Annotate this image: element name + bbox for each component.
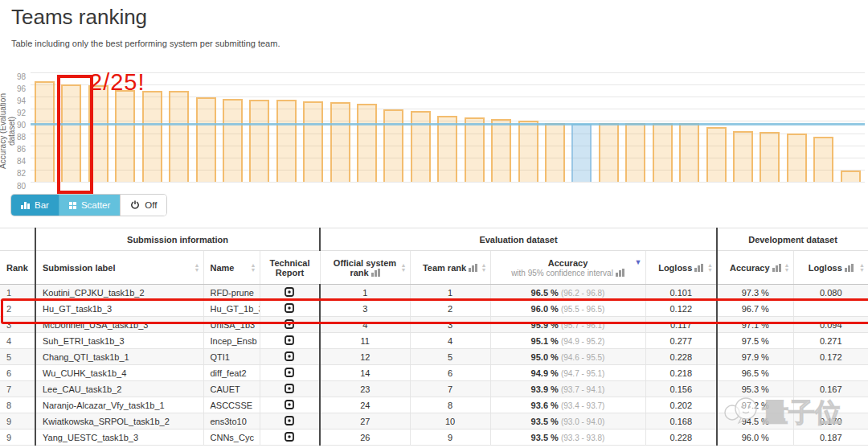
chart-bar[interactable] [706,127,727,182]
technical-report-button[interactable] [285,368,294,377]
chart-bar[interactable] [276,100,297,182]
rank-cell: 3 [0,317,35,333]
sort-arrows-icon[interactable]: ▲▼ [251,263,256,273]
metric-bars-icon [772,264,781,272]
accuracy-confidence-interval: (94.7 - 95.1) [561,369,604,378]
sort-arrows-icon[interactable]: ▲▼ [194,263,200,273]
technical-report-button[interactable] [285,416,294,425]
chart-bar[interactable] [813,137,833,182]
logloss-eval-cell: 0.156 [645,381,717,397]
chart-bar[interactable] [223,99,243,182]
accuracy-eval-cell: 93.5 % (93.3 - 93.8) [490,430,645,446]
technical-report-icon [285,368,294,377]
accuracy-eval-cell: 95.0 % (94.6 - 95.5) [490,349,645,365]
chart-bar[interactable] [518,121,538,182]
accuracy-eval-cell: 96.5 % (96.2 - 96.8) [490,285,645,301]
table-row: 1 Koutini_CPJKU_task1b_2 RFD-prune 1 1 9… [0,285,868,301]
scatter-view-button[interactable]: Scatter [59,195,120,216]
technical-report-button[interactable] [285,287,294,297]
accuracy-confidence-interval: (93.0 - 94.0) [561,417,604,426]
chart-bar[interactable] [679,123,699,182]
sort-descending-icon[interactable]: ▼ [635,258,642,266]
accuracy-value: 93.5 % [531,417,559,426]
accuracy-confidence-interval: (96.2 - 96.8) [561,289,604,298]
chart-bar[interactable] [465,117,485,182]
col-header-name[interactable]: Name ▲▼ [203,251,260,285]
chart-bar[interactable] [599,123,619,182]
chart-bar[interactable] [411,111,431,182]
chart-bar[interactable] [787,134,807,182]
chart-bar[interactable] [169,91,189,182]
rank-cell: 8 [0,397,35,413]
chart-bar[interactable] [357,104,377,182]
accuracy-dev-cell: 97.9 % [717,349,793,365]
chart-bar[interactable] [35,81,55,182]
accuracy-ci-sublabel: with 95% confidence interval [497,269,639,277]
chart-bar[interactable] [491,119,511,182]
chart-bar[interactable] [760,132,780,182]
technical-report-icon [285,384,294,393]
y-tick-label: 80 [2,182,26,191]
metric-bars-icon [371,269,380,277]
col-header-accuracy-dev[interactable]: Accuracy ▲▼ [717,251,793,285]
sort-arrows-icon[interactable]: ▲▼ [859,263,865,273]
table-row: 9 Kwiatkowska_SRPOL_task1b_2 ens3to10 27… [0,413,868,430]
chart-bar[interactable] [196,97,216,182]
team-rank-cell: 3 [410,317,490,333]
team-rank-cell: 7 [410,381,490,397]
chart-bar[interactable] [653,123,673,182]
accuracy-dev-cell: 94.5 % [717,413,793,430]
sort-arrows-icon[interactable]: ▲▼ [784,263,790,273]
rank-cell: 7 [0,381,35,397]
chart-bar[interactable] [303,101,323,182]
team-rank-cell: 4 [410,333,490,349]
chart-bar[interactable] [330,102,350,182]
technical-report-button[interactable] [285,400,294,409]
sort-arrows-icon[interactable]: ▲▼ [401,263,407,273]
page-header: Teams ranking Table including only the b… [11,5,280,48]
baseline-bar[interactable] [571,124,592,182]
col-header-submission-label[interactable]: Submission label ▲▼ [35,251,203,285]
technical-report-button[interactable] [285,351,294,361]
sort-arrows-icon[interactable]: ▲▼ [707,263,713,273]
col-header-logloss-dev[interactable]: Logloss ▲▼ [793,251,868,285]
chart-bar[interactable] [733,131,753,182]
chart-bar[interactable] [545,123,565,182]
col-header-accuracy-eval[interactable]: Accuracy with 95% confidence interval ▼ [490,251,645,285]
chart-bar[interactable] [383,109,403,182]
technical-report-button[interactable] [285,303,294,313]
technical-report-cell [260,413,320,430]
chart-bar[interactable] [115,90,135,182]
metric-bars-icon [469,264,477,272]
bar-view-button[interactable]: Bar [11,195,59,216]
name-cell: ens3to10 [203,413,260,430]
col-header-logloss-eval[interactable]: Logloss ▲▼ [645,251,717,285]
technical-report-icon [285,416,294,425]
official-system-rank-cell: 24 [320,397,410,413]
logloss-dev-cell: 0.080 [793,285,868,301]
col-header-official-system-rank[interactable]: Official system rank ▲▼ [320,251,410,285]
chart-bar[interactable] [437,116,457,182]
technical-report-button[interactable] [285,432,294,442]
name-cell: CAUET [203,381,260,397]
chart-bar[interactable] [841,171,861,182]
group-header-development: Development dataset [717,228,868,251]
logloss-eval-cell: 0.101 [645,285,717,301]
chart-bar[interactable] [142,91,162,182]
technical-report-button[interactable] [285,319,294,329]
accuracy-dev-cell: 97.2 % [717,397,793,413]
technical-report-button[interactable] [285,384,294,393]
chart-bar[interactable] [249,100,269,182]
sort-arrows-icon[interactable]: ▲▼ [481,263,487,273]
off-view-button[interactable]: Off [120,195,166,216]
table-row: 5 Chang_QTI_task1b_1 QTI1 12 5 95.0 % (9… [0,349,868,365]
table-row: 4 Suh_ETRI_task1b_3 Incep_Ensb 11 4 95.1… [0,333,868,349]
technical-report-button[interactable] [285,335,294,345]
accuracy-eval-cell: 93.6 % (93.4 - 93.7) [490,397,645,413]
off-view-label: Off [145,200,157,210]
col-header-team-rank[interactable]: Team rank ▲▼ [410,251,490,285]
technical-report-cell [260,317,320,333]
accuracy-eval-cell: 95.1 % (94.9 - 95.2) [490,333,645,349]
page-subtitle: Table including only the best performing… [11,39,280,48]
chart-bar[interactable] [625,123,645,182]
